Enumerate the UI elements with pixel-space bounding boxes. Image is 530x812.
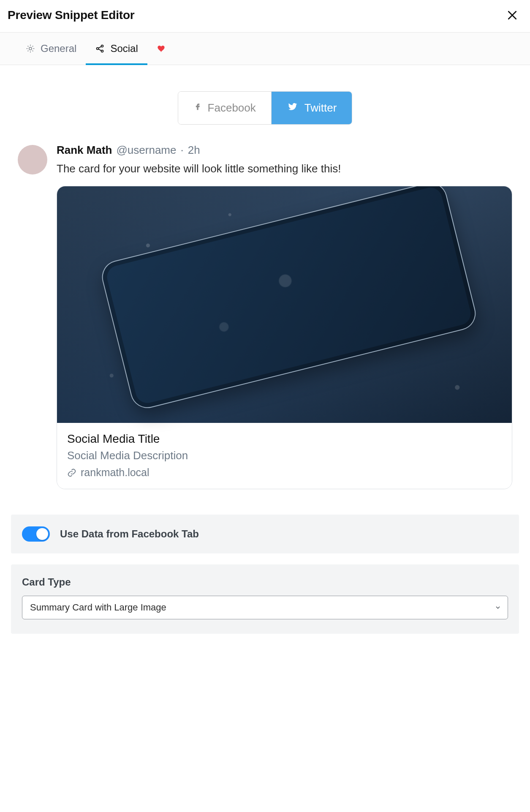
tab-favorite[interactable] [147,33,176,65]
twitter-card-domain-text: rankmath.local [81,466,149,479]
panel-card-type: Card Type [11,564,519,634]
twitter-card-title: Social Media Title [67,432,502,446]
tweet-age: 2h [188,143,200,158]
tweet-author-handle: @username [116,143,176,158]
tab-social-label: Social [110,43,138,54]
panel-use-facebook-data: Use Data from Facebook Tab [11,515,519,553]
svg-point-0 [29,47,32,50]
close-button[interactable] [505,8,520,23]
tab-general[interactable]: General [16,33,86,65]
close-icon [506,9,519,22]
share-icon [95,44,105,54]
tweet-header: Rank Math @username · 2h [57,143,512,158]
toggle-use-facebook-data-label: Use Data from Facebook Tab [60,528,199,540]
svg-point-2 [101,45,103,47]
tweet-text: The card for your website will look litt… [57,161,512,177]
twitter-icon [287,101,299,114]
platform-toggle: Facebook Twitter [0,91,530,125]
card-type-select[interactable] [22,596,508,619]
twitter-card-image [57,186,512,423]
twitter-card-domain: rankmath.local [67,466,502,479]
card-type-label: Card Type [22,576,508,588]
toggle-use-facebook-data[interactable] [22,526,50,542]
tab-social[interactable]: Social [86,33,147,65]
tab-general-label: General [41,43,76,54]
platform-twitter[interactable]: Twitter [272,92,352,124]
twitter-card[interactable]: Social Media Title Social Media Descript… [57,186,512,489]
heart-icon [157,44,167,54]
facebook-icon [193,101,202,115]
svg-point-3 [101,50,103,52]
tweet-separator: · [180,143,183,158]
modal-title: Preview Snippet Editor [8,8,135,22]
tabs-bar: General Social [0,32,530,65]
link-icon [67,468,76,477]
gear-icon [25,44,35,54]
tweet-preview: Rank Math @username · 2h The card for yo… [0,143,530,489]
modal-header: Preview Snippet Editor [0,0,530,32]
platform-twitter-label: Twitter [304,101,337,114]
platform-facebook-label: Facebook [208,101,256,114]
tweet-author-name: Rank Math [57,143,112,158]
twitter-card-description: Social Media Description [67,449,502,462]
avatar [18,145,47,174]
platform-facebook[interactable]: Facebook [178,92,272,124]
svg-point-1 [97,48,99,50]
